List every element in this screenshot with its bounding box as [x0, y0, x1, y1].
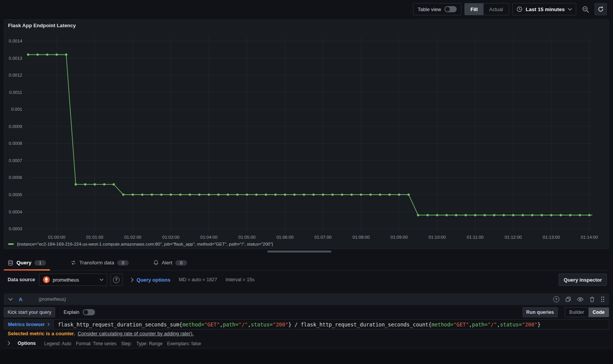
series-point[interactable] [550, 214, 552, 216]
fill-button[interactable]: Fill [465, 3, 484, 15]
series-point[interactable] [341, 193, 343, 196]
delete-query-icon[interactable] [590, 297, 595, 302]
explain-toggle[interactable] [83, 309, 95, 315]
datasource-picker[interactable]: prometheus [39, 274, 107, 286]
series-point[interactable] [274, 193, 277, 196]
series-point[interactable] [84, 183, 87, 185]
series-point[interactable] [398, 193, 400, 196]
drag-handle-icon[interactable] [601, 296, 605, 302]
series-point[interactable] [151, 193, 153, 196]
series-point[interactable] [503, 214, 505, 216]
warning-rate-hint-link[interactable]: Consider calculating rate of counter by … [78, 331, 194, 336]
kick-start-query-button[interactable]: Kick start your query [4, 307, 55, 317]
tab-transform-badge: 0 [117, 260, 129, 266]
series-point[interactable] [265, 193, 267, 196]
series-point[interactable] [493, 214, 495, 216]
duplicate-query-icon[interactable] [565, 297, 571, 302]
series-point[interactable] [446, 214, 448, 216]
series-point[interactable] [208, 193, 210, 196]
y-tick-label: 0.0004 [9, 210, 23, 214]
series-point[interactable] [426, 214, 429, 216]
series-point[interactable] [484, 214, 486, 216]
series-point[interactable] [217, 193, 220, 196]
series-point[interactable] [141, 193, 143, 196]
series-point[interactable] [293, 193, 296, 196]
tab-alert[interactable]: Alert 0 [149, 255, 191, 270]
y-tick-label: 0.0012 [9, 73, 22, 77]
datasource-row: Data source prometheus ? Query options M… [4, 274, 607, 286]
series-point[interactable] [360, 193, 362, 196]
series-point[interactable] [560, 214, 562, 216]
series-point[interactable] [455, 214, 457, 216]
time-range-picker[interactable]: Last 15 minutes [512, 3, 576, 15]
series-point[interactable] [160, 193, 162, 196]
series-point[interactable] [369, 193, 372, 196]
chevron-down-icon[interactable] [8, 298, 13, 301]
query-options-row[interactable]: Options Legend: AutoFormat: Time seriesS… [4, 338, 609, 348]
tab-transform-data[interactable]: Transform data 0 [67, 255, 133, 270]
series-point[interactable] [93, 183, 96, 185]
zoom-out-button[interactable] [579, 3, 592, 15]
actual-button[interactable]: Actual [484, 3, 509, 15]
editor-tabs: Query 1 Transform data 0 Alert 0 [4, 255, 609, 271]
series-point[interactable] [512, 214, 515, 216]
series-point[interactable] [351, 193, 353, 196]
query-options-toggle[interactable]: Query options [137, 277, 170, 283]
series-point[interactable] [436, 214, 438, 216]
series-point[interactable] [531, 214, 533, 216]
series-point[interactable] [36, 54, 39, 56]
datasource-help-button[interactable]: ? [110, 274, 123, 286]
series-point[interactable] [236, 193, 239, 196]
table-view-toggle[interactable] [444, 6, 457, 12]
series-point[interactable] [588, 214, 590, 216]
series-point[interactable] [312, 193, 315, 196]
series-point[interactable] [27, 54, 30, 56]
series-point[interactable] [388, 193, 391, 196]
run-queries-button[interactable]: Run queries [523, 307, 558, 317]
code-mode-button[interactable]: Code [588, 308, 609, 317]
refresh-button[interactable] [595, 3, 607, 15]
query-inspector-button[interactable]: Query inspector [559, 274, 607, 286]
query-row-header[interactable]: A (prometheus) ? [4, 293, 609, 305]
series-point[interactable] [569, 214, 572, 216]
tab-query[interactable]: Query 1 [4, 255, 50, 270]
series-point[interactable] [122, 193, 125, 196]
options-meta-list: Legend: AutoFormat: Time seriesStep:Type… [39, 340, 201, 347]
series-point[interactable] [227, 193, 229, 196]
pane-resize-handle[interactable] [267, 251, 331, 253]
latency-chart[interactable]: 01:00:0001:01:0001:02:0001:03:0001:04:00… [4, 20, 609, 249]
series-point[interactable] [303, 193, 305, 196]
builder-mode-button[interactable]: Builder [565, 308, 588, 317]
series-point[interactable] [331, 193, 334, 196]
series-point[interactable] [56, 54, 58, 56]
series-point[interactable] [170, 193, 172, 196]
series-point[interactable] [408, 193, 410, 196]
series-point[interactable] [474, 214, 476, 216]
series-point[interactable] [255, 193, 257, 196]
series-point[interactable] [465, 214, 467, 216]
series-point[interactable] [189, 193, 191, 196]
series-point[interactable] [132, 193, 134, 196]
series-point[interactable] [198, 193, 200, 196]
series-point[interactable] [179, 193, 182, 196]
promql-code-editor[interactable]: flask_http_request_duration_seconds_sum{… [54, 319, 609, 330]
series-point[interactable] [46, 54, 48, 56]
series-point[interactable] [65, 54, 67, 56]
query-help-icon[interactable]: ? [553, 296, 559, 302]
series-point[interactable] [322, 193, 324, 196]
series-point[interactable] [284, 193, 286, 196]
series-point[interactable] [417, 214, 419, 216]
series-point[interactable] [579, 214, 581, 216]
series-point[interactable] [246, 193, 248, 196]
metrics-browser-button[interactable]: Metrics browser [4, 319, 54, 330]
query-ref-id[interactable]: A [19, 297, 23, 302]
series-point[interactable] [521, 214, 524, 216]
series-point[interactable] [75, 183, 77, 185]
series-point[interactable] [379, 193, 381, 196]
series-point[interactable] [113, 183, 115, 185]
chart-legend[interactable]: {instance="ec2-184-169-216-224.us-west-1… [8, 241, 273, 247]
series-point[interactable] [103, 183, 105, 185]
series-point[interactable] [541, 214, 543, 216]
table-view-label: Table view [418, 7, 441, 12]
toggle-visibility-icon[interactable] [577, 297, 583, 302]
